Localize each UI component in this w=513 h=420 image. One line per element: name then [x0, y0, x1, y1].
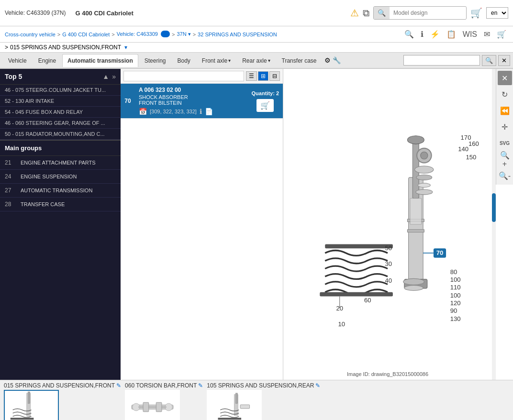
top5-list: 46 - 075 STEERG.COLUMN JACKET TU... 52 -…	[0, 85, 121, 140]
top5-collapse-button[interactable]: ▲	[102, 73, 109, 80]
svg-text:170: 170	[461, 134, 471, 141]
zoom-out-diagram-button[interactable]: 🔍-	[498, 168, 512, 183]
top5-item-3[interactable]: 46 - 060 STEERING GEAR, RANGE OF ...	[0, 118, 121, 129]
warning-icon[interactable]: ⚠	[350, 7, 359, 19]
part-name-70: SHOCK ABSORBER	[139, 94, 244, 100]
breadcrumb-item-3[interactable]: 37N ▾	[177, 31, 190, 37]
current-section-dropdown[interactable]: ▾	[124, 44, 127, 51]
front-axle-chevron: ▾	[228, 58, 231, 63]
thumbnail-img-0[interactable]	[4, 390, 59, 420]
zoom-in-diagram-button[interactable]: 🔍+	[498, 152, 512, 166]
svg-text:150: 150	[466, 154, 477, 161]
top5-item-4[interactable]: 50 - 015 RADIATOR,MOUNTING,AND C...	[0, 129, 121, 140]
tab-transfer-case[interactable]: Transfer case	[277, 54, 322, 67]
svg-rect-48	[236, 393, 238, 403]
vehicle-name: G 400 CDI Cabriolet	[75, 10, 133, 17]
thumbnail-item-0: 015 SPRINGS AND SUSPENSION,FRONT ✎	[4, 382, 121, 420]
email-icon[interactable]: ✉	[482, 29, 492, 40]
list-view-button[interactable]: ☰	[246, 71, 257, 81]
breadcrumb-item-4[interactable]: 32 SPRINGS AND SUSPENSION	[198, 32, 277, 37]
tab-steering[interactable]: Steering	[139, 54, 171, 67]
svg-text:120: 120	[450, 299, 461, 307]
top5-item-0[interactable]: 46 - 075 STEERG.COLUMN JACKET TU...	[0, 85, 121, 96]
filter-icon[interactable]: ⚡	[428, 29, 442, 40]
info-small-icon[interactable]: ℹ	[200, 108, 202, 115]
svg-rect-0	[320, 292, 393, 297]
tab-automatic-transmission[interactable]: Automatic transmission	[62, 54, 138, 67]
calendar-icon: 📅	[139, 108, 147, 115]
svg-point-15	[403, 278, 424, 285]
detail-view-button[interactable]: ⊟	[269, 71, 280, 81]
thumbnail-edit-icon-0[interactable]: ✎	[116, 382, 121, 389]
svg-text:10: 10	[338, 321, 345, 328]
wis-icon[interactable]: WIS	[461, 29, 479, 40]
tab-bar: Vehicle Engine Automatic transmission St…	[0, 53, 513, 69]
report-icon[interactable]: 📋	[445, 29, 458, 40]
model-search-button[interactable]: 🔍	[374, 7, 390, 19]
breadcrumb-item-2[interactable]: Vehicle: C463309 ✎	[117, 31, 170, 37]
tab-search-area: 🔍 ✕	[403, 55, 510, 66]
thumbnail-img-2[interactable]	[207, 390, 262, 420]
thumbnail-img-1[interactable]	[125, 390, 180, 420]
diagram-scroll-indicator[interactable]	[492, 69, 496, 380]
svg-text:140: 140	[458, 145, 468, 153]
tab-search-input[interactable]	[403, 55, 480, 66]
svg-export-icon[interactable]: SVG	[498, 136, 512, 150]
crosshair-icon[interactable]: ✛	[498, 120, 512, 134]
top5-item-2[interactable]: 54 - 045 FUSE BOX AND RELAY	[0, 107, 121, 118]
tab-rear-axle[interactable]: Rear axle ▾	[237, 54, 275, 67]
tools-icon[interactable]: 🔧	[333, 56, 341, 64]
thumbnail-edit-icon-1[interactable]: ✎	[198, 382, 203, 389]
zoom-in-icon[interactable]: 🔍	[402, 29, 416, 40]
svg-rect-50	[240, 405, 249, 409]
part-subname-70: FRONT BILSTEIN	[139, 100, 244, 106]
diagram-area: 70 20 50 30 40 60 10 80 100 110 100 120 …	[283, 69, 513, 380]
thumbnail-edit-icon-2[interactable]: ✎	[315, 382, 320, 389]
info-icon[interactable]: ℹ	[419, 29, 425, 40]
svg-rect-1	[325, 244, 393, 248]
tab-body[interactable]: Body	[172, 54, 195, 67]
group-item-28[interactable]: 28 TRANSFER CASE	[0, 198, 121, 211]
part-row-70[interactable]: 70 A 006 323 02 00 SHOCK ABSORBER FRONT …	[121, 84, 283, 119]
group-item-27[interactable]: 27 AUTOMATIC TRANSMISSION	[0, 184, 121, 198]
rotate-icon[interactable]: ↻	[498, 87, 512, 101]
breadcrumb-item-0[interactable]: Cross-country vehicle	[5, 32, 56, 37]
thumbnail-svg-0	[5, 391, 58, 420]
grid-view-button[interactable]: ⊞	[258, 71, 268, 81]
svg-point-11	[415, 166, 434, 173]
svg-rect-49	[218, 418, 242, 420]
cart-icon[interactable]: 🛒	[470, 7, 482, 19]
order-icon[interactable]: 🛒	[495, 29, 508, 40]
tab-search-button[interactable]: 🔍	[482, 55, 496, 66]
breadcrumb-item-1[interactable]: G 400 CDI Cabriolet	[62, 32, 110, 37]
svg-text:30: 30	[385, 260, 392, 267]
top5-item-1[interactable]: 52 - 130 AIR INTAKE	[0, 96, 121, 107]
svg-text:100: 100	[450, 292, 461, 299]
tab-vehicle[interactable]: Vehicle	[3, 54, 32, 67]
tab-front-axle[interactable]: Front axle ▾	[197, 54, 236, 67]
model-search-input[interactable]	[390, 7, 466, 19]
svg-rect-8	[410, 199, 422, 225]
diagram-scroll-thumb	[492, 193, 496, 222]
language-select[interactable]: en de fr	[486, 7, 508, 19]
parts-search-input[interactable]	[123, 71, 244, 81]
copy-icon[interactable]: ⧉	[363, 8, 369, 19]
diagram-image: 70 20 50 30 40 60 10 80 100 110 100 120 …	[283, 69, 492, 380]
settings-icon[interactable]: ⚙	[324, 56, 331, 64]
part-quantity-area-70: Quantity: 2 🛒	[248, 84, 283, 118]
parts-view-buttons: ☰ ⊞ ⊟	[246, 71, 280, 81]
tab-engine[interactable]: Engine	[33, 54, 61, 67]
group-item-24[interactable]: 24 ENGINE SUSPENSION	[0, 170, 121, 184]
top5-expand-button[interactable]: »	[112, 73, 116, 80]
diagram-toolbar: ✕ ↻ ⏪ ✛ SVG 🔍+ 🔍-	[496, 69, 513, 185]
doc-icon[interactable]: 📄	[205, 108, 213, 115]
svg-text:70: 70	[436, 249, 444, 256]
tab-clear-button[interactable]: ✕	[498, 55, 510, 66]
close-diagram-button[interactable]: ✕	[498, 71, 512, 85]
group-num-27: 27	[5, 187, 17, 194]
part-ref-text-70: [309, 322, 323, 332]	[150, 109, 197, 114]
group-item-21[interactable]: 21 ENGINE ATTACHMENT PARTS	[0, 156, 121, 170]
history-icon[interactable]: ⏪	[498, 103, 512, 118]
part-code-70: A 006 323 02 00	[139, 87, 244, 93]
add-to-cart-button-70[interactable]: 🛒	[256, 99, 274, 112]
